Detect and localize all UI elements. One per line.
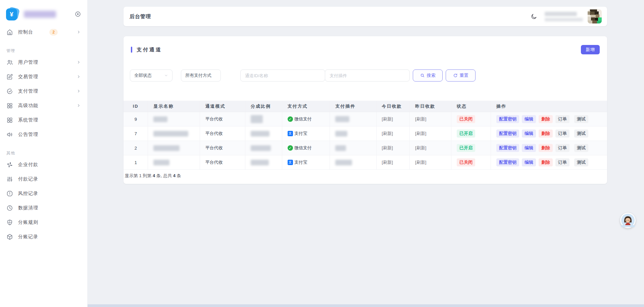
grid-icon (6, 102, 13, 109)
table-footer-summary: 显示第 1 到第 4 条, 总共 4 条 (123, 173, 607, 179)
refresh-today-link[interactable]: [刷新] (382, 145, 393, 151)
configure-key-button[interactable]: 配置密钥 (496, 158, 519, 166)
refresh-today-link[interactable]: [刷新] (382, 116, 393, 122)
payment-plugin-input[interactable] (325, 69, 410, 82)
sidebar-item-split-rules[interactable]: 分账规则 (0, 215, 87, 229)
payment-method-filter-select[interactable]: 所有支付方式 (181, 69, 221, 82)
plugin-redacted (335, 160, 352, 165)
chevron-right-icon (77, 89, 81, 93)
username-redacted (545, 12, 583, 21)
sidebar-logo-row: ¥ (0, 6, 87, 22)
plugin-redacted (335, 116, 349, 122)
sidebar-item-system-management[interactable]: 系统管理 (0, 113, 87, 127)
edit-button[interactable]: 编辑 (522, 115, 536, 123)
sidebar-item-label: 控制台 (18, 29, 33, 35)
channel-name-redacted (153, 116, 167, 122)
sidebar-item-advanced-features[interactable]: 高级功能 (0, 98, 87, 113)
configure-key-button[interactable]: 配置密钥 (496, 144, 519, 152)
users-icon (6, 59, 13, 66)
test-button[interactable]: 测试 (574, 144, 588, 152)
cell-method: ✓ 微信支付 (282, 141, 330, 155)
ratio-redacted (251, 145, 271, 151)
cell-mode: 平台代收 (200, 112, 245, 126)
status-badge: 已开启 (457, 144, 475, 152)
channels-table: ID 显示名称 通道模式 分成比例 支付方式 支付插件 今日收款 昨日收款 状态… (123, 101, 607, 179)
asterisk-icon (6, 161, 13, 168)
home-icon (6, 29, 13, 36)
refresh-today-link[interactable]: [刷新] (382, 131, 393, 137)
dark-mode-toggle[interactable] (531, 13, 537, 20)
edit-button[interactable]: 编辑 (522, 158, 536, 166)
sidebar-item-transaction-management[interactable]: 交易管理 (0, 69, 87, 84)
sidebar-section-management: 管理 (6, 48, 87, 54)
chevron-right-icon (77, 30, 81, 34)
alert-octagon-icon (6, 190, 13, 197)
sidebar-item-user-management[interactable]: 用户管理 (0, 55, 87, 69)
delete-button[interactable]: 删除 (539, 158, 553, 166)
plugin-redacted (335, 145, 346, 151)
alipay-icon: 支 (288, 160, 293, 165)
orders-button[interactable]: 订单 (555, 115, 569, 123)
delete-button[interactable]: 删除 (539, 115, 553, 123)
reset-button[interactable]: 重置 (446, 69, 476, 82)
edit-icon (6, 73, 13, 80)
refresh-today-link[interactable]: [刷新] (382, 159, 393, 165)
refresh-yesterday-link[interactable]: [刷新] (415, 131, 426, 137)
console-badge: 2 (49, 29, 58, 36)
test-button[interactable]: 测试 (574, 158, 588, 166)
main-area: 后台管理 (88, 0, 644, 307)
delete-button[interactable]: 删除 (539, 130, 553, 138)
user-avatar[interactable] (588, 9, 602, 23)
sidebar-section-other: 其他 (6, 150, 87, 156)
refresh-yesterday-link[interactable]: [刷新] (415, 159, 426, 165)
shield-icon (6, 219, 13, 226)
edit-button[interactable]: 编辑 (522, 130, 536, 138)
payment-channel-panel: 支付通道 新增 全部状态 所有支付方式 搜索 重置 ID (123, 36, 607, 184)
panel-title: 支付通道 (137, 47, 162, 53)
page-title: 后台管理 (130, 13, 151, 20)
configure-key-button[interactable]: 配置密钥 (496, 115, 519, 123)
sidebar-item-risk-records[interactable]: 风控记录 (0, 186, 87, 201)
delete-button[interactable]: 删除 (539, 144, 553, 152)
status-filter-select[interactable]: 全部状态 (130, 69, 172, 82)
search-button[interactable]: 搜索 (413, 69, 443, 82)
filter-bar: 全部状态 所有支付方式 搜索 重置 (130, 69, 607, 82)
edit-button[interactable]: 编辑 (522, 144, 536, 152)
cell-method: ✓ 微信支付 (282, 112, 330, 126)
sidebar-item-console[interactable]: 控制台 2 (0, 25, 87, 39)
cell-id: 9 (123, 112, 148, 126)
ratio-redacted (251, 160, 269, 165)
sidebar-item-data-cleanup[interactable]: 数据清理 (0, 201, 87, 215)
app-logo-icon: ¥ (6, 8, 19, 20)
chevron-right-icon (77, 103, 81, 108)
test-button[interactable]: 测试 (574, 130, 588, 138)
sidebar-collapse-icon[interactable] (75, 11, 81, 17)
add-button[interactable]: 新增 (581, 45, 600, 54)
cell-id: 2 (123, 141, 148, 155)
wechat-pay-icon: ✓ (288, 145, 293, 151)
orders-button[interactable]: 订单 (555, 130, 569, 138)
orders-button[interactable]: 订单 (555, 144, 569, 152)
cell-id: 1 (123, 155, 148, 169)
sidebar: ¥ 控制台 2 管理 用户管理 交易管理 支付管理 高级功能 系统管理 公告管理 (0, 0, 88, 307)
refresh-yesterday-link[interactable]: [刷新] (415, 145, 426, 151)
megaphone-icon (6, 131, 13, 138)
configure-key-button[interactable]: 配置密钥 (496, 130, 519, 138)
sidebar-item-announcement-management[interactable]: 公告管理 (0, 127, 87, 142)
sidebar-item-split-records[interactable]: 分账记录 (0, 229, 87, 244)
test-button[interactable]: 测试 (574, 115, 588, 123)
chevron-right-icon (77, 60, 81, 64)
orders-button[interactable]: 订单 (555, 158, 569, 166)
channel-name-redacted (153, 160, 169, 165)
table-header-row: ID 显示名称 通道模式 分成比例 支付方式 支付插件 今日收款 昨日收款 状态… (123, 101, 607, 112)
refresh-yesterday-link[interactable]: [刷新] (415, 116, 426, 122)
floating-assistant-avatar[interactable] (620, 213, 636, 228)
cell-id: 7 (123, 126, 148, 141)
panel-accent-bar (131, 47, 132, 53)
check-circle-icon (6, 88, 13, 95)
sidebar-item-payment-records[interactable]: 付款记录 (0, 172, 87, 186)
search-icon (420, 73, 425, 78)
sidebar-item-enterprise-payment[interactable]: 企业付款 (0, 157, 87, 172)
sidebar-item-payment-management[interactable]: 支付管理 (0, 84, 87, 98)
channel-id-name-input[interactable] (240, 69, 325, 82)
